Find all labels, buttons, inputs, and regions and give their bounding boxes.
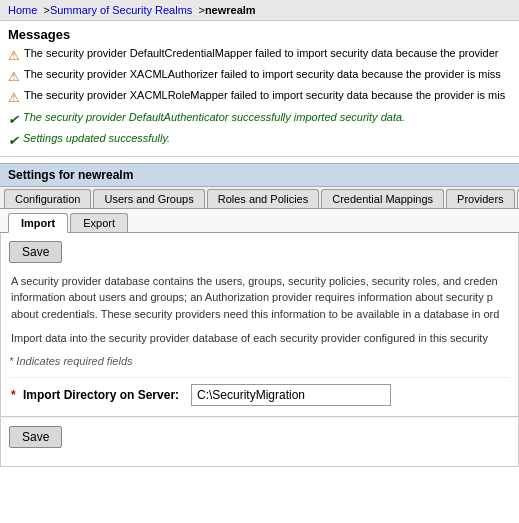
required-note: * Indicates required fields: [9, 355, 510, 367]
subtab-export[interactable]: Export: [70, 213, 128, 232]
main-tabs: Configuration Users and Groups Roles and…: [0, 187, 519, 209]
breadcrumb-home-link[interactable]: Home: [8, 4, 37, 16]
tab-credential-mappings[interactable]: Credential Mappings: [321, 189, 444, 208]
import-directory-label: * Import Directory on Server:: [11, 388, 191, 402]
message-text: The security provider XACMLRoleMapper fa…: [24, 88, 505, 103]
message-item: ⚠ The security provider XACMLAuthorizer …: [8, 67, 511, 86]
tab-configuration[interactable]: Configuration: [4, 189, 91, 208]
required-star: *: [11, 388, 16, 402]
settings-title: Settings for newrealm: [0, 163, 519, 187]
tab-roles-policies[interactable]: Roles and Policies: [207, 189, 320, 208]
subtabs: Import Export: [0, 209, 519, 233]
message-item: ✔ The security provider DefaultAuthentic…: [8, 110, 511, 129]
tab-users-groups[interactable]: Users and Groups: [93, 189, 204, 208]
subtab-import[interactable]: Import: [8, 213, 68, 233]
message-item: ⚠ The security provider DefaultCredentia…: [8, 46, 511, 65]
message-item: ✔ Settings updated successfully.: [8, 131, 511, 150]
warning-icon: ⚠: [8, 47, 20, 65]
message-text: The security provider DefaultAuthenticat…: [23, 110, 405, 125]
breadcrumb-current: newrealm: [205, 4, 256, 16]
save-button-top[interactable]: Save: [9, 241, 62, 263]
save-button-bottom[interactable]: Save: [9, 426, 62, 448]
description-para1: A security provider database contains th…: [9, 273, 510, 323]
message-text: Settings updated successfully.: [23, 131, 170, 146]
bottom-save-area: Save: [0, 417, 519, 467]
message-text: The security provider DefaultCredentialM…: [24, 46, 498, 61]
settings-section: Settings for newrealm Configuration User…: [0, 163, 519, 467]
description-para2: Import data into the security provider d…: [9, 330, 510, 347]
breadcrumb: Home >Summary of Security Realms >newrea…: [0, 0, 519, 21]
message-text: The security provider XACMLAuthorizer fa…: [24, 67, 501, 82]
messages-title: Messages: [8, 27, 511, 42]
warning-icon: ⚠: [8, 68, 20, 86]
messages-section: Messages ⚠ The security provider Default…: [0, 21, 519, 157]
warning-icon: ⚠: [8, 89, 20, 107]
check-icon: ✔: [8, 132, 19, 150]
check-icon: ✔: [8, 111, 19, 129]
content-area: Save A security provider database contai…: [0, 233, 519, 417]
breadcrumb-summary-link[interactable]: Summary of Security Realms: [50, 4, 192, 16]
tab-providers[interactable]: Providers: [446, 189, 514, 208]
import-directory-input[interactable]: [191, 384, 391, 406]
message-item: ⚠ The security provider XACMLRoleMapper …: [8, 88, 511, 107]
import-directory-row: * Import Directory on Server:: [9, 377, 510, 412]
